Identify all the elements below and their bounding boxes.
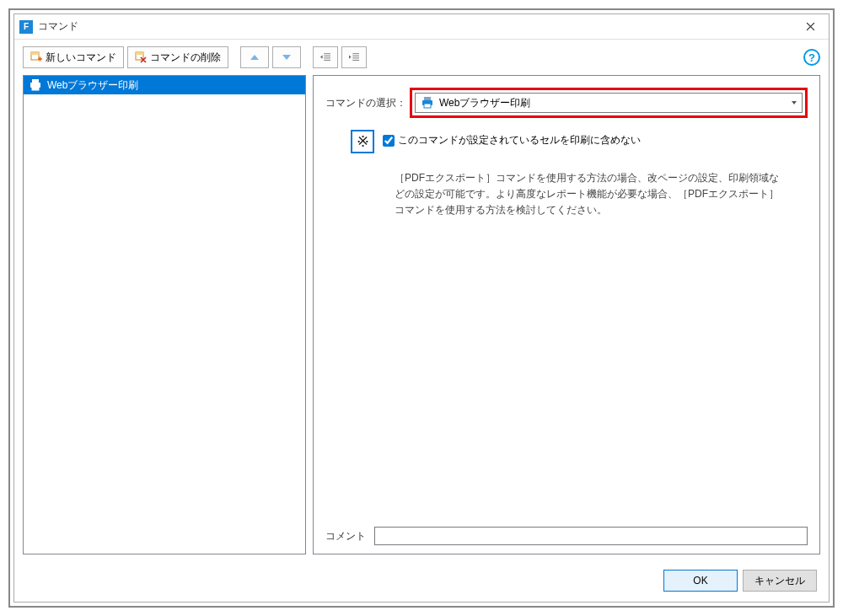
dialog-title: コマンド: [38, 19, 792, 34]
indent-button[interactable]: [341, 46, 367, 68]
svg-rect-3: [136, 52, 143, 55]
printer-icon: [29, 79, 42, 91]
checkbox-row: ※ このコマンドが設定されているセルを印刷に含めない: [325, 130, 808, 153]
help-button[interactable]: ?: [803, 49, 820, 66]
toolbar: 新しいコマンド コマンドの削除 ?: [14, 40, 829, 75]
delete-command-label: コマンドの削除: [150, 51, 221, 65]
ok-button[interactable]: OK: [663, 570, 738, 592]
svg-rect-8: [424, 97, 431, 100]
dialog-body: Webブラウザー印刷 コマンドの選択： Webブラウザー印刷: [14, 75, 829, 561]
command-list[interactable]: Webブラウザー印刷: [23, 75, 306, 554]
move-down-button[interactable]: [272, 46, 301, 68]
cancel-button[interactable]: キャンセル: [743, 570, 817, 592]
dialog-footer: OK キャンセル: [14, 561, 829, 602]
exclude-from-print-checkbox[interactable]: このコマンドが設定されているセルを印刷に含めない: [383, 133, 641, 147]
new-command-button[interactable]: 新しいコマンド: [23, 46, 124, 68]
close-icon: [806, 22, 815, 31]
command-select-value: Webブラウザー印刷: [439, 96, 530, 110]
move-up-button[interactable]: [240, 46, 269, 68]
dialog-window: F コマンド 新しいコマンド コマンドの削除: [13, 13, 830, 603]
printer-icon: [421, 97, 434, 109]
command-select-row: コマンドの選択： Webブラウザー印刷: [325, 88, 808, 118]
list-item[interactable]: Webブラウザー印刷: [24, 76, 305, 94]
indent-icon: [349, 52, 359, 62]
command-detail: コマンドの選択： Webブラウザー印刷 ※: [313, 75, 820, 554]
command-select[interactable]: Webブラウザー印刷: [415, 93, 803, 113]
new-command-label: 新しいコマンド: [46, 51, 116, 65]
reference-mark-icon: ※: [351, 130, 374, 153]
info-text: ［PDFエクスポート］コマンドを使用する方法の場合、改ページの設定、印刷領域など…: [325, 170, 808, 219]
comment-label: コメント: [325, 529, 369, 544]
delete-command-button[interactable]: コマンドの削除: [127, 46, 228, 68]
outdent-button[interactable]: [313, 46, 338, 68]
svg-rect-5: [32, 79, 39, 83]
comment-input[interactable]: [374, 527, 808, 545]
exclude-from-print-input[interactable]: [383, 135, 395, 147]
app-icon: F: [19, 20, 33, 34]
chevron-down-icon: [792, 101, 797, 104]
close-button[interactable]: [792, 14, 829, 40]
new-command-icon: [30, 51, 42, 63]
titlebar: F コマンド: [14, 14, 829, 40]
svg-rect-1: [31, 52, 39, 55]
exclude-from-print-label: このコマンドが設定されているセルを印刷に含めない: [398, 133, 641, 147]
select-highlight: Webブラウザー印刷: [410, 88, 808, 118]
command-select-label: コマンドの選択：: [325, 96, 410, 110]
triangle-up-icon: [250, 55, 259, 60]
comment-row: コメント: [325, 527, 808, 545]
delete-command-icon: [135, 51, 147, 63]
svg-rect-9: [424, 104, 431, 108]
svg-rect-6: [32, 86, 39, 90]
list-item-label: Webブラウザー印刷: [47, 78, 138, 93]
triangle-down-icon: [282, 55, 291, 60]
outdent-icon: [320, 52, 330, 62]
outer-frame: F コマンド 新しいコマンド コマンドの削除: [8, 8, 835, 608]
